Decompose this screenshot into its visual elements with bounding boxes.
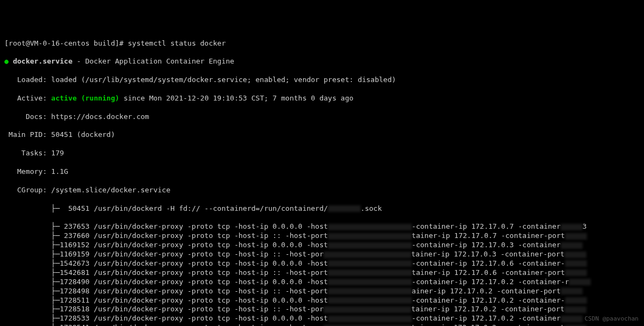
mainpid-value: 50451 (dockerd) <box>51 130 115 139</box>
tree-tail: .sock <box>361 204 382 212</box>
tree-row-text: ├─1728490 /usr/bin/docker-proxy -proto t… <box>4 278 328 286</box>
tree-row: ├─1542681 /usr/bin/docker-proxy -proto t… <box>4 268 640 278</box>
tree-row-text: ├─ 237653 /usr/bin/docker-proxy -proto t… <box>4 222 328 230</box>
prompt-line: [root@VM-0-16-centos build]# systemctl s… <box>4 39 640 48</box>
active-since: since Mon 2021-12-20 19:10:53 CST; 7 mon… <box>123 94 354 102</box>
cgroup-value: /system.slice/docker.service <box>51 186 170 194</box>
tree-row-mid: tainer-ip 172.17.0.2 -container-port <box>411 305 565 313</box>
docs-value: https://docs.docker.com <box>51 112 149 121</box>
prompt: [root@VM-0-16-centos build]# <box>4 39 123 47</box>
memory-value: 1.1G <box>51 167 68 175</box>
redacted-icon <box>328 297 412 304</box>
tree-row: ├─1728533 /usr/bin/docker-proxy -proto t… <box>4 314 640 323</box>
active-line: Active: active (running) since Mon 2021-… <box>4 94 640 103</box>
service-header: ● docker.service - Docker Application Co… <box>4 57 640 66</box>
mainpid-line: Main PID: 50451 (dockerd) <box>4 130 640 140</box>
redacted-icon <box>328 224 412 230</box>
tree-row-mid: tainer-ip 172.17.0.3 -container-port <box>411 250 565 258</box>
tree-row: ├─1542673 /usr/bin/docker-proxy -proto t… <box>4 259 640 268</box>
redacted-icon <box>328 233 412 240</box>
redacted-icon <box>328 279 412 285</box>
memory-label: Memory: <box>4 167 47 175</box>
tree-row-text: ├─1728518 /usr/bin/docker-proxy -proto t… <box>4 305 324 313</box>
redacted-icon <box>328 260 412 267</box>
loaded-line: Loaded: loaded (/usr/lib/systemd/system/… <box>4 76 640 85</box>
redacted-icon <box>328 205 361 212</box>
tree-row-text: ├─1728541 /usr/bin/docker-proxy -proto t… <box>4 323 324 326</box>
tree-row: ├─1728518 /usr/bin/docker-proxy -proto t… <box>4 305 640 314</box>
loaded-value: loaded (/usr/lib/systemd/system/docker.s… <box>51 76 396 84</box>
tree-row-mid: -container-ip 172.17.0.7 -container <box>412 222 561 230</box>
cgroup-label: CGroup: <box>4 186 47 194</box>
tree-row-text: ├─1542673 /usr/bin/docker-proxy -proto t… <box>4 259 328 267</box>
tree-row-mid: -container-ip 172.17.0.2 -container <box>412 314 561 322</box>
tree-row: ├─ 237653 /usr/bin/docker-proxy -proto t… <box>4 222 640 231</box>
service-desc: Docker Application Container Engine <box>85 57 234 65</box>
redacted-icon <box>569 279 591 285</box>
tree-row-text: ├─ 237660 /usr/bin/docker-proxy -proto t… <box>4 231 328 240</box>
redacted-icon <box>565 252 586 258</box>
cgroup-tree-first: ├─ 50451 /usr/bin/dockerd -H fd:// --con… <box>4 204 640 214</box>
redacted-icon <box>561 224 583 230</box>
redacted-icon <box>324 306 411 313</box>
service-name: docker.service <box>13 57 73 65</box>
memory-line: Memory: 1.1G <box>4 167 640 177</box>
tree-row: ├─ 237660 /usr/bin/docker-proxy -proto t… <box>4 231 640 241</box>
tree-row-text: ├─1169152 /usr/bin/docker-proxy -proto t… <box>4 241 328 249</box>
active-label: Active: <box>4 94 47 102</box>
tree-row-text: ├─1728533 /usr/bin/docker-proxy -proto t… <box>4 314 328 322</box>
watermark: CSDN @paavochan <box>585 315 639 323</box>
tasks-line: Tasks: 179 <box>4 149 640 158</box>
tree-row-text: ├─1728498 /usr/bin/docker-proxy -proto t… <box>4 287 328 295</box>
redacted-icon <box>565 297 587 304</box>
redacted-icon <box>561 288 583 294</box>
tree-row: ├─1728541 /usr/bin/docker-proxy -proto t… <box>4 323 640 326</box>
status-dot-icon: ● <box>4 57 9 65</box>
tree-row-mid: -container-ip 172.17.0.2 -container- <box>412 296 565 304</box>
tree-row-end: 3 <box>583 222 587 230</box>
active-state: active (running) <box>51 94 119 102</box>
tree-row-mid: tainer-ip 172.17.0.7 -container-port <box>412 231 565 240</box>
redacted-icon <box>328 316 412 322</box>
redacted-icon <box>328 288 412 294</box>
redacted-icon <box>561 316 583 322</box>
tree-row-mid: tainer-ip 172.17.0.6 -container-port <box>412 268 565 277</box>
redacted-icon <box>324 252 411 258</box>
dash: - <box>77 57 81 65</box>
tree-row: ├─1728511 /usr/bin/docker-proxy -proto t… <box>4 296 640 305</box>
tree-row-text: ├─1169159 /usr/bin/docker-proxy -proto t… <box>4 250 324 258</box>
mainpid-label: Main PID: <box>4 130 47 139</box>
command-text: systemctl status docker <box>128 39 226 47</box>
tree-row-text: ├─1542681 /usr/bin/docker-proxy -proto t… <box>4 268 328 277</box>
tasks-label: Tasks: <box>4 149 47 157</box>
tree-row: ├─1169159 /usr/bin/docker-proxy -proto t… <box>4 250 640 259</box>
redacted-icon <box>565 269 587 276</box>
loaded-label: Loaded: <box>4 76 47 84</box>
redacted-icon <box>565 233 587 240</box>
cgroup-tree: ├─ 237653 /usr/bin/docker-proxy -proto t… <box>4 222 640 326</box>
tree-cmd: /usr/bin/dockerd -H fd:// --containerd=/… <box>94 204 327 212</box>
tree-row: ├─1728490 /usr/bin/docker-proxy -proto t… <box>4 278 640 287</box>
tree-row-mid: ainer-ip 172.17.0.2 -container-port <box>412 287 561 295</box>
docs-line: Docs: https://docs.docker.com <box>4 112 640 122</box>
redacted-icon <box>561 242 583 249</box>
cgroup-line: CGroup: /system.slice/docker.service <box>4 186 640 195</box>
tree-row-mid: tainer-ip 172.17.0.2 -container-port <box>411 323 565 326</box>
redacted-icon <box>328 242 412 249</box>
tree-row-mid: -container-ip 172.17.0.3 -container <box>412 241 561 249</box>
tree-row-mid: -container-ip 172.17.0.6 -container- <box>412 259 565 267</box>
tree-row: ├─1169152 /usr/bin/docker-proxy -proto t… <box>4 241 640 250</box>
tree-row-text: ├─1728511 /usr/bin/docker-proxy -proto t… <box>4 296 328 304</box>
docs-label: Docs: <box>4 112 47 121</box>
tasks-value: 179 <box>51 149 64 157</box>
tree-row: ├─1728498 /usr/bin/docker-proxy -proto t… <box>4 287 640 296</box>
redacted-icon <box>328 269 412 276</box>
tree-row-mid: -container-ip 172.17.0.2 -container-r <box>412 278 569 286</box>
redacted-icon <box>565 260 587 267</box>
redacted-icon <box>565 306 586 313</box>
tree-glyph: ├─ 50451 <box>4 204 94 212</box>
